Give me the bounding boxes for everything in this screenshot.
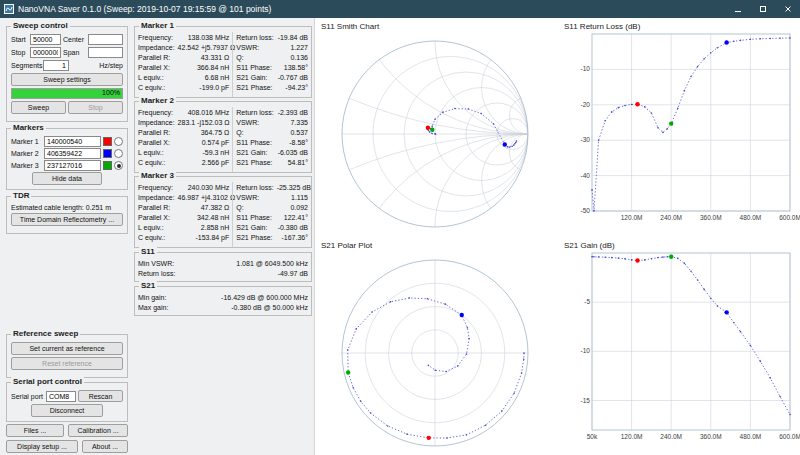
info-row: S21 Gain:-0.380 dB [236, 223, 308, 233]
info-label: Return loss: [138, 269, 175, 279]
marker2-info-box: Marker 2Frequency:408.016 MHzImpedance:2… [134, 101, 312, 173]
info-row: S11 Phase:-8.58° [236, 138, 308, 148]
sweep-progress-bar: 100% [11, 88, 123, 99]
info-row: Return loss:-19.84 dB [236, 33, 308, 43]
info-label: C equiv.: [138, 158, 165, 168]
segments-input[interactable] [43, 60, 69, 71]
info-row: Parallel X:366.84 nH [138, 63, 229, 73]
hz-step-label: Hz/step [71, 62, 123, 69]
svg-text:480.0M: 480.0M [740, 214, 762, 221]
marker1-color-swatch[interactable] [103, 137, 112, 146]
marker2-color-swatch[interactable] [103, 149, 112, 158]
hide-data-button[interactable]: Hide data [32, 172, 102, 185]
info-label: S11 Phase: [236, 63, 272, 73]
serial-port-input[interactable] [46, 391, 76, 402]
info-value: 283.1 -j152.03 Ω [178, 118, 230, 128]
marker3-frequency-input[interactable] [44, 160, 101, 171]
info-row: VSWR:7.335 [236, 118, 308, 128]
sweep-button[interactable]: Sweep [11, 101, 66, 114]
serial-rows: Serial port Rescan Disconnect [11, 390, 123, 418]
info-value: -19.84 dB [278, 33, 308, 43]
s-param-info-columns: Min VSWR:1.081 @ 6049.500 kHzReturn loss… [135, 258, 311, 281]
stop-sweep-button[interactable]: Stop [68, 101, 123, 114]
s21-polar-plot[interactable]: S21 Polar Plot [315, 237, 558, 455]
minimize-icon[interactable] [725, 0, 750, 18]
info-value: -94.23° [285, 83, 308, 93]
info-row: S11 Phase:122.41° [236, 213, 308, 223]
center-input[interactable] [88, 34, 123, 45]
s11-return-loss-chart[interactable]: S11 Return Loss (dB)-10-20-30-40-50120.0… [558, 18, 800, 236]
sweep-settings-button[interactable]: Sweep settings [11, 73, 123, 86]
info-row: C equiv.:-199.0 pF [138, 83, 229, 93]
marker1-radio[interactable] [114, 137, 123, 146]
close-icon[interactable] [775, 0, 800, 18]
marker3-radio[interactable] [114, 161, 123, 170]
info-value: 42.542 +j5.7937 Ω [178, 43, 236, 53]
marker-info-title: Marker 2 [139, 96, 176, 105]
s21-gain-chart[interactable]: S21 Gain (dB)-5-10-1550k120.0M240.0M360.… [558, 237, 800, 455]
marker3-color-swatch[interactable] [103, 161, 112, 170]
info-label: L equiv.: [138, 148, 164, 158]
start-input[interactable] [30, 34, 61, 45]
info-row: L equiv.:6.68 nH [138, 73, 229, 83]
info-label: Q: [236, 128, 243, 138]
marker2-radio[interactable] [114, 149, 123, 158]
svg-text:360.0M: 360.0M [700, 214, 722, 221]
reset-reference-button[interactable]: Reset reference [11, 357, 123, 370]
svg-text:-10: -10 [581, 347, 591, 354]
info-label: Return loss: [236, 183, 273, 193]
info-value: 366.84 nH [197, 63, 229, 73]
marker-info-left-column: Frequency:408.016 MHzImpedance:283.1 -j1… [135, 107, 232, 172]
marker-info-right-column: Return loss:-19.84 dBVSWR:1.227Q:0.136S1… [232, 32, 311, 97]
info-label: S21 Gain: [236, 73, 267, 83]
info-value: 0.136 [290, 53, 308, 63]
info-label: Return loss: [236, 108, 273, 118]
info-value: 2.858 nH [201, 223, 229, 233]
app-icon [4, 4, 14, 14]
serial-port-title: Serial port control [11, 377, 84, 386]
about-button[interactable]: About ... [82, 440, 128, 453]
marker-info-title: Marker 1 [139, 21, 176, 30]
title-bar: NanoVNA Saver 0.1.0 (Sweep: 2019-10-07 1… [0, 0, 800, 18]
stop-input[interactable] [30, 47, 61, 58]
files-button[interactable]: Files ... [6, 424, 64, 437]
marker-row-1: Marker 1 [11, 136, 123, 147]
info-row: Parallel X:0.574 pF [138, 138, 229, 148]
display-setup-button[interactable]: Display setup ... [6, 440, 78, 453]
marker-info-columns: Frequency:138.038 MHzImpedance:42.542 +j… [135, 32, 311, 97]
s21-info-box: S21Min gain:-16.429 dB @ 600.000 MHzMax … [134, 286, 312, 316]
sweep-control-title: Sweep control [11, 21, 70, 30]
markers-title: Markers [11, 123, 46, 132]
disconnect-button[interactable]: Disconnect [31, 404, 103, 417]
sweep-row-segments: Segments Hz/step [11, 60, 123, 71]
window-title: NanoVNA Saver 0.1.0 (Sweep: 2019-10-07 1… [18, 4, 271, 14]
info-label: Return loss: [236, 33, 273, 43]
s11-smith-chart[interactable]: S11 Smith Chart [315, 18, 558, 236]
info-value: -153.84 pF [195, 233, 229, 243]
s11-info-box: S11Min VSWR:1.081 @ 6049.500 kHzReturn l… [134, 252, 312, 282]
info-value: 122.41° [284, 213, 308, 223]
set-reference-button[interactable]: Set current as reference [11, 342, 123, 355]
info-value: -49.97 dB [278, 269, 308, 279]
span-input[interactable] [88, 47, 123, 58]
info-value: 240.030 MHz [188, 183, 230, 193]
info-label: Max gain: [138, 303, 168, 313]
svg-text:600.0M: 600.0M [779, 433, 800, 440]
info-row: S11 Phase:138.58° [236, 63, 308, 73]
info-label: Impedance: [138, 193, 175, 203]
info-label: Q: [236, 203, 243, 213]
marker2-frequency-input[interactable] [44, 148, 101, 159]
serial-port-row: Serial port Rescan [11, 390, 123, 402]
marker1-frequency-input[interactable] [44, 136, 101, 147]
svg-text:-20: -20 [581, 101, 591, 108]
tdr-button[interactable]: Time Domain Reflectometry ... [11, 213, 123, 226]
info-label: S11 Phase: [236, 213, 272, 223]
info-label: C equiv.: [138, 233, 165, 243]
marker1-info-box: Marker 1Frequency:138.038 MHzImpedance:4… [134, 26, 312, 98]
info-row: S21 Phase:-167.36° [236, 233, 308, 243]
info-label: VSWR: [236, 43, 259, 53]
marker-info-columns: Frequency:408.016 MHzImpedance:283.1 -j1… [135, 107, 311, 172]
maximize-icon[interactable] [750, 0, 775, 18]
calibration-button[interactable]: Calibration ... [68, 424, 128, 437]
rescan-button[interactable]: Rescan [78, 390, 123, 402]
